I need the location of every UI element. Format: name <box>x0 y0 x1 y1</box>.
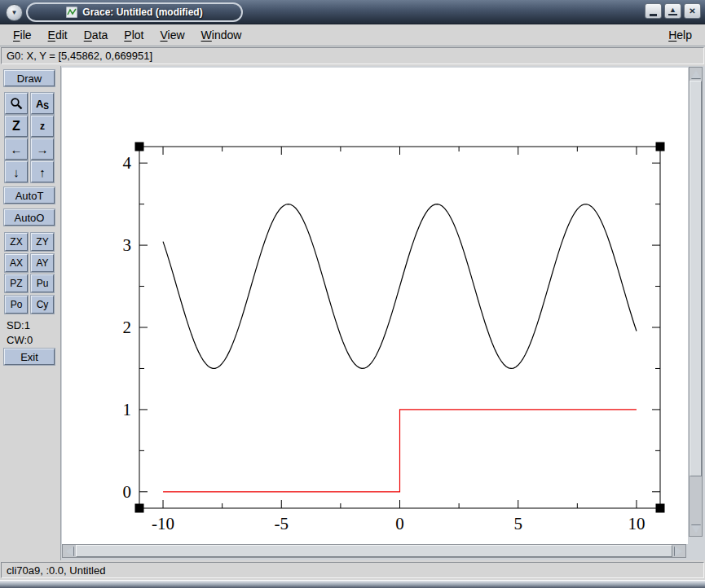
titlebar: ▼ Grace: Untitled (modified) ▲ ✕ <box>0 0 705 24</box>
close-icon: ✕ <box>689 7 695 15</box>
vertical-scrollbar[interactable] <box>689 67 703 537</box>
selection-handle[interactable] <box>656 143 665 151</box>
menubar: File Edit Data Plot View Window Help <box>0 24 705 46</box>
pan-up-button[interactable]: ↑ <box>31 161 54 182</box>
tool-palette: Draw AS Z z ← → ↓ ↑ AutoT AutoO ZX ZY AX… <box>0 66 61 560</box>
series-1-curve[interactable] <box>163 410 637 492</box>
x-tick-label: -5 <box>275 514 289 533</box>
y-tick-label: 1 <box>123 400 132 419</box>
zoom-in-button[interactable]: Z <box>5 116 28 137</box>
autoscale-x-button[interactable]: AX <box>5 254 28 272</box>
x-tick-label: 10 <box>628 514 645 533</box>
x-tick-label: 0 <box>395 514 404 533</box>
cycle-world-label: CW:0 <box>7 334 33 346</box>
maximize-icon: ▲ <box>668 7 677 15</box>
x-tick-label: -10 <box>152 514 174 533</box>
menu-help[interactable]: Help <box>660 26 700 44</box>
y-tick-label: 2 <box>123 318 132 337</box>
exit-button[interactable]: Exit <box>4 349 55 365</box>
maximize-button[interactable]: ▲ <box>664 3 681 19</box>
menu-data[interactable]: Data <box>76 26 117 44</box>
selection-handle[interactable] <box>656 504 665 513</box>
app-icon <box>66 7 77 18</box>
zoom-out-button[interactable]: z <box>31 116 54 137</box>
chevron-down-icon: ▼ <box>11 9 18 16</box>
x-tick-label: 5 <box>513 514 522 533</box>
grace-window: ▼ Grace: Untitled (modified) ▲ ✕ File Ed… <box>0 0 705 588</box>
menu-file[interactable]: File <box>5 26 40 44</box>
menu-window[interactable]: Window <box>193 26 250 44</box>
arrow-left-icon <box>65 546 73 556</box>
menu-edit[interactable]: Edit <box>40 26 76 44</box>
draw-button[interactable]: Draw <box>4 70 55 86</box>
y-tick-label: 3 <box>123 235 132 255</box>
plot-canvas[interactable]: -10-5051001234 <box>62 68 688 544</box>
status-bar: cli70a9, :0.0, Untitled <box>0 560 705 580</box>
arrow-right-icon <box>675 546 683 556</box>
main-area: Draw AS Z z ← → ↓ ↑ AutoT AutoO ZX ZY AX… <box>0 66 705 560</box>
drawing-page: -10-5051001234 <box>62 68 688 544</box>
push-zoom-button[interactable]: PZ <box>5 274 28 292</box>
status-text: cli70a9, :0.0, Untitled <box>1 562 704 578</box>
locator-display: G0: X, Y = [5,45862, 0,669951] <box>1 47 704 64</box>
window-title: Grace: Untitled (modified) <box>82 7 202 18</box>
zoom-out-icon: z <box>40 121 45 132</box>
window-bottom-edge <box>0 580 705 588</box>
arrow-down-icon <box>691 525 701 533</box>
arrow-up-icon <box>691 70 701 78</box>
scroll-down-button[interactable] <box>690 523 702 536</box>
scroll-left-button[interactable] <box>63 545 76 557</box>
zoom-tool-button[interactable] <box>5 93 28 114</box>
menu-view[interactable]: View <box>152 26 192 44</box>
window-menu-button[interactable]: ▼ <box>6 4 23 21</box>
arrow-down-icon: ↓ <box>13 165 20 179</box>
pan-right-button[interactable]: → <box>31 138 54 160</box>
window-controls: ▲ ✕ <box>645 3 701 19</box>
horizontal-scrollbar-thumb[interactable] <box>76 545 672 557</box>
scroll-right-button[interactable] <box>672 545 685 557</box>
stack-depth-label: SD:1 <box>7 319 30 331</box>
pop-zoom-button[interactable]: Pu <box>31 274 54 292</box>
locator-bar: G0: X, Y = [5,45862, 0,669951] <box>0 46 705 66</box>
scroll-up-button[interactable] <box>690 68 702 81</box>
autoscale-icon: A <box>36 98 43 110</box>
autoticks-button[interactable]: AutoT <box>4 187 55 204</box>
cycle-stack-button[interactable]: Cy <box>31 296 54 314</box>
magnifier-icon <box>10 97 24 111</box>
autooffset-button[interactable]: AutoO <box>4 209 55 226</box>
canvas-area: -10-5051001234 <box>61 66 705 560</box>
arrow-up-icon: ↑ <box>39 165 46 179</box>
close-button[interactable]: ✕ <box>684 3 701 19</box>
zoom-x-button[interactable]: ZX <box>5 233 28 251</box>
push-stack-button[interactable]: Po <box>5 296 28 314</box>
y-tick-label: 4 <box>123 153 132 173</box>
selection-handle[interactable] <box>135 143 144 151</box>
autoscale-tool-button[interactable]: AS <box>31 93 54 114</box>
menu-plot[interactable]: Plot <box>116 26 152 44</box>
pan-left-button[interactable]: ← <box>5 138 28 160</box>
pan-down-button[interactable]: ↓ <box>5 161 28 182</box>
autoscale-y-button[interactable]: AY <box>31 254 54 272</box>
selection-handle[interactable] <box>135 504 144 513</box>
vertical-scrollbar-thumb[interactable] <box>690 81 702 476</box>
arrow-right-icon: → <box>37 143 49 156</box>
y-tick-label: 0 <box>123 482 132 502</box>
title-pill: Grace: Untitled (modified) <box>26 2 243 22</box>
zoom-y-button[interactable]: ZY <box>31 233 54 251</box>
series-0-curve[interactable] <box>163 204 637 369</box>
minimize-button[interactable] <box>645 3 662 19</box>
zoom-in-icon: Z <box>12 119 20 134</box>
arrow-left-icon: ← <box>11 143 23 156</box>
horizontal-scrollbar[interactable] <box>62 544 686 558</box>
minimize-icon <box>650 14 657 16</box>
